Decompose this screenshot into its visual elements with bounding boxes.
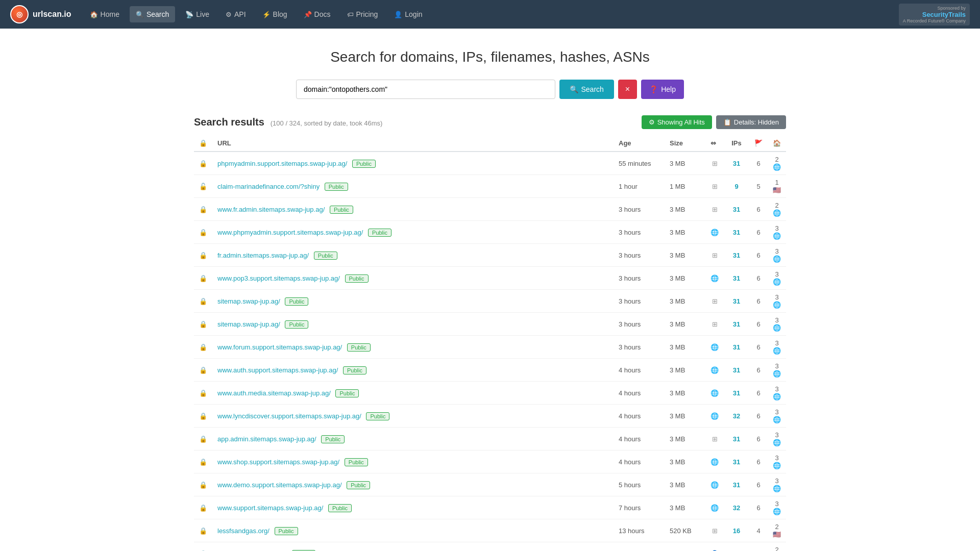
col-ips-header: IPs <box>724 135 749 152</box>
result-url-link[interactable]: app.admin.sitemaps.swap-jup.ag/ <box>217 435 316 443</box>
nav-home[interactable]: 🏠 Home <box>84 6 126 22</box>
help-button[interactable]: ❓ Help <box>641 80 684 99</box>
ips-cell: 31 <box>724 450 749 473</box>
table-row: 🔒 www.demo.support.sitemaps.swap-jup.ag/… <box>194 473 786 496</box>
result-url-link[interactable]: www.forum.support.sitemaps.swap-jup.ag/ <box>217 343 342 351</box>
brand-logo: ◎ <box>10 5 29 23</box>
home-cell: 3 🌐 <box>768 267 786 290</box>
lock-icon: 🔒 <box>199 297 207 305</box>
nav-login[interactable]: 👤 Login <box>388 6 428 22</box>
lock-icon: 🔒 <box>199 229 207 236</box>
result-url-link[interactable]: www.lyncdiscover.support.sitemaps.swap-j… <box>217 412 361 420</box>
size-cell: 3 MB <box>665 359 705 382</box>
ips-cell: 31 <box>724 336 749 359</box>
result-url-link[interactable]: www.pop3.support.sitemaps.swap-jup.ag/ <box>217 274 340 282</box>
ips-cell: 31 <box>724 382 749 405</box>
nav-search[interactable]: 🔍 Search <box>130 6 175 22</box>
visibility-badge: Public <box>314 252 337 260</box>
screenshot-cell: ⊞ <box>705 519 724 542</box>
age-cell: 3 hours <box>614 244 665 267</box>
result-url-link[interactable]: www.auth.media.sitemap.swap-jup.ag/ <box>217 389 331 397</box>
screenshot-cell: ⊞ <box>705 198 724 221</box>
search-bar: 🔍 Search × ❓ Help <box>296 80 684 99</box>
search-button[interactable]: 🔍 Search <box>559 80 614 99</box>
country-flag: 🌐 <box>773 232 781 240</box>
flags-cell: 4 <box>749 519 768 542</box>
result-url-link[interactable]: www.fr.admin.sitemaps.swap-jup.ag/ <box>217 206 325 213</box>
age-cell: 3 hours <box>614 313 665 336</box>
showing-all-button[interactable]: ⚙ Showing All Hits <box>642 115 712 129</box>
age-cell: 4 hours <box>614 428 665 450</box>
country-flag: 🌐 <box>773 255 781 263</box>
age-cell: 55 minutes <box>614 152 665 175</box>
results-body: 🔒 phpmyadmin.support.sitemaps.swap-jup.a… <box>194 152 786 551</box>
nav-blog[interactable]: ⚡ Blog <box>256 6 293 22</box>
size-cell: 3 MB <box>665 382 705 405</box>
clear-button[interactable]: × <box>618 80 637 99</box>
home-cell: 3 🌐 <box>768 336 786 359</box>
details-button[interactable]: 📋 Details: Hidden <box>716 115 786 129</box>
country-flag: 🌐 <box>773 439 781 446</box>
home-cell: 3 🌐 <box>768 496 786 519</box>
nav-docs[interactable]: 📌 Docs <box>298 6 337 22</box>
ip-count: 31 <box>733 206 740 213</box>
secure-cell: 🔒 <box>194 359 212 382</box>
filter-icon: ⚙ <box>649 118 655 126</box>
nav-api[interactable]: ⚙ API <box>219 6 252 22</box>
url-cell: sitemap.swap-jup.ag/ Public <box>212 290 614 313</box>
result-url-link[interactable]: www.auth.support.sitemaps.swap-jup.ag/ <box>217 366 338 374</box>
ips-cell: 32 <box>724 405 749 428</box>
result-url-link[interactable]: fr.admin.sitemaps.swap-jup.ag/ <box>217 252 309 259</box>
ips-cell: 31 <box>724 473 749 496</box>
col-url-header: URL <box>212 135 614 152</box>
size-cell: 3 MB <box>665 405 705 428</box>
result-url-link[interactable]: www.phpmyadmin.support.sitemaps.swap-jup… <box>217 229 363 236</box>
secure-cell: 🔒 <box>194 473 212 496</box>
size-cell: 520 KB <box>665 519 705 542</box>
url-cell: www.forum.support.sitemaps.swap-jup.ag/ … <box>212 336 614 359</box>
secure-cell: 🔓 <box>194 175 212 198</box>
result-url-link[interactable]: sitemap.swap-jup.ag/ <box>217 297 280 305</box>
age-cell: 5 hours <box>614 473 665 496</box>
result-url-link[interactable]: www.demo.support.sitemaps.swap-jup.ag/ <box>217 481 342 489</box>
result-url-link[interactable]: lessfsandgas.org/ <box>217 527 270 535</box>
ip-count: 31 <box>733 160 740 167</box>
flags-cell: 6 <box>749 152 768 175</box>
home-cell: 3 🌐 <box>768 473 786 496</box>
secure-cell: 🔒 <box>194 428 212 450</box>
result-url-link[interactable]: phpmyadmin.support.sitemaps.swap-jup.ag/ <box>217 160 347 167</box>
ip-count: 31 <box>733 297 740 305</box>
home-cell: 1 🇺🇸 <box>768 175 786 198</box>
result-url-link[interactable]: www.support.sitemaps.swap-jup.ag/ <box>217 504 323 512</box>
table-row: 🔒 www.auth.media.sitemap.swap-jup.ag/ Pu… <box>194 382 786 405</box>
screenshot-cell: 🌐 <box>705 450 724 473</box>
table-row: 🔒 www.shop.support.sitemaps.swap-jup.ag/… <box>194 450 786 473</box>
result-url-link[interactable]: claim-marinadefinance.com/?shiny <box>217 183 320 190</box>
age-cell: 3 hours <box>614 336 665 359</box>
size-cell: 3 MB <box>665 290 705 313</box>
nav-pricing[interactable]: 🏷 Pricing <box>341 6 384 22</box>
col-age-header: Age <box>614 135 665 152</box>
flags-cell: 6 <box>749 473 768 496</box>
table-row: 🔒 www.auth.support.sitemaps.swap-jup.ag/… <box>194 359 786 382</box>
home-cell: 3 🌐 <box>768 428 786 450</box>
sponsor-brand: SecurityTrails <box>922 11 966 18</box>
result-url-link[interactable]: sitemap.swap-jup.ag/ <box>217 320 280 328</box>
size-cell: 466 KB <box>665 542 705 552</box>
sponsor-label: Sponsored by <box>937 6 966 11</box>
url-cell: www.shop.support.sitemaps.swap-jup.ag/ P… <box>212 450 614 473</box>
results-meta: (100 / 324, sorted by date, took 46ms) <box>271 119 383 127</box>
brand-link[interactable]: ◎ urlscan.io <box>10 5 71 23</box>
nav-live[interactable]: 📡 Live <box>179 6 215 22</box>
sponsor-block: Sponsored by SecurityTrails A Recorded F… <box>899 4 970 26</box>
visibility-badge: Public <box>328 504 352 512</box>
ip-count: 31 <box>733 229 740 236</box>
search-input[interactable] <box>296 80 555 99</box>
country-flag: 🌐 <box>773 485 781 492</box>
screenshot-icon: 🌐 <box>710 458 719 466</box>
lock-icon: 🔒 <box>199 160 207 167</box>
screenshot-icon: ⊞ <box>712 160 718 167</box>
country-flag: 🌐 <box>773 416 781 423</box>
result-url-link[interactable]: www.shop.support.sitemaps.swap-jup.ag/ <box>217 458 339 466</box>
col-scr-header: ⇔ <box>705 135 724 152</box>
